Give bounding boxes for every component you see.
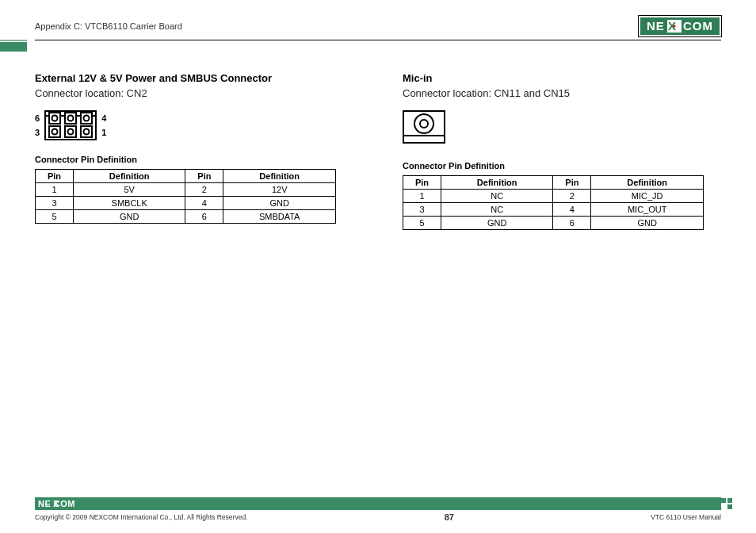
table-header-row: Pin Definition Pin Definition	[36, 170, 336, 183]
cell: 6	[185, 210, 223, 224]
footer-bar: NE COM X	[35, 497, 721, 510]
cell: GND	[73, 210, 185, 224]
connector-diagram-mic	[403, 110, 720, 147]
footer-block-icon	[721, 498, 732, 509]
left-column: External 12V & 5V Power and SMBUS Connec…	[35, 72, 352, 230]
svg-point-11	[68, 116, 74, 121]
connector-cn2-icon	[44, 110, 97, 140]
appendix-label: Appendix C: VTCB6110 Carrier Board	[35, 21, 182, 31]
copyright-text: Copyright © 2009 NEXCOM International Co…	[35, 513, 247, 521]
connector-location: Connector location: CN2	[35, 87, 352, 99]
th-pin: Pin	[553, 176, 591, 190]
pin-label-6: 6	[35, 113, 40, 123]
connector-diagram-cn2: 6 3 4 1	[35, 110, 352, 140]
svg-point-9	[52, 116, 58, 121]
th-pin: Pin	[403, 176, 441, 190]
th-def: Definition	[441, 176, 553, 190]
th-pin: Pin	[36, 170, 74, 183]
cell: 4	[553, 203, 591, 217]
cell: 3	[403, 203, 441, 217]
pin-label-4: 4	[101, 113, 106, 123]
cell: 2	[185, 183, 223, 197]
svg-text:NE: NE	[647, 19, 665, 33]
cell: 1	[36, 183, 74, 197]
nexcom-logo-footer: NE COM X	[38, 499, 94, 508]
svg-point-5	[674, 25, 676, 28]
cell: MIC_OUT	[591, 203, 704, 217]
cell: SMBDATA	[223, 210, 336, 224]
svg-text:X: X	[53, 499, 59, 508]
page-number: 87	[445, 512, 454, 522]
cell: 4	[185, 197, 223, 210]
cell: 5	[403, 217, 441, 230]
pin-table-cn2: Pin Definition Pin Definition 1 5V 2 12V…	[35, 169, 336, 224]
connector-location: Connector location: CN11 and CN15	[403, 87, 720, 99]
table-row: 5 GND 6 SMBDATA	[36, 210, 336, 224]
pin-label-3: 3	[35, 128, 40, 137]
table-row: 3 SMBCLK 4 GND	[36, 197, 336, 210]
table-row: 3 NC 4 MIC_OUT	[403, 203, 704, 217]
th-def: Definition	[223, 170, 336, 183]
cell: GND	[223, 197, 336, 210]
svg-point-13	[84, 116, 90, 121]
pin-label-right: 4 1	[101, 113, 106, 137]
svg-point-23	[420, 120, 428, 128]
svg-text:COM: COM	[683, 19, 713, 33]
table-row: 1 5V 2 12V	[36, 183, 336, 197]
section-title: External 12V & 5V Power and SMBUS Connec…	[35, 72, 352, 84]
mic-jack-icon	[403, 110, 445, 144]
table-row: 1 NC 2 MIC_JD	[403, 190, 704, 203]
cell: 1	[403, 190, 441, 203]
svg-point-19	[84, 129, 90, 135]
cell: GND	[441, 217, 553, 230]
cell: 5	[36, 210, 74, 224]
cell: 3	[36, 197, 74, 210]
cell: 2	[553, 190, 591, 203]
content-area: External 12V & 5V Power and SMBUS Connec…	[35, 72, 721, 230]
cell: 6	[553, 217, 591, 230]
table-title: Connector Pin Definition	[403, 161, 720, 171]
cell: NC	[441, 203, 553, 217]
page-footer: NE COM X Copyright © 2009 NEXCOM Interna…	[35, 497, 721, 522]
table-title: Connector Pin Definition	[35, 155, 352, 164]
cell: 12V	[223, 183, 336, 197]
cell: NC	[441, 190, 553, 203]
page-header: Appendix C: VTCB6110 Carrier Board NE CO…	[35, 16, 721, 40]
pin-label-1: 1	[101, 128, 106, 137]
svg-point-15	[52, 129, 58, 135]
header-accent-tab	[0, 42, 27, 52]
th-def: Definition	[591, 176, 704, 190]
section-title: Mic-in	[403, 72, 720, 84]
right-column: Mic-in Connector location: CN11 and CN15…	[403, 72, 720, 230]
table-row: 5 GND 6 GND	[403, 217, 704, 230]
svg-point-17	[68, 129, 74, 135]
cell: 5V	[73, 183, 185, 197]
cell: GND	[591, 217, 704, 230]
th-def: Definition	[73, 170, 185, 183]
nexcom-logo: NE COM X	[639, 16, 721, 36]
pin-table-mic: Pin Definition Pin Definition 1 NC 2 MIC…	[403, 175, 704, 230]
th-pin: Pin	[185, 170, 223, 183]
table-header-row: Pin Definition Pin Definition	[403, 176, 704, 190]
svg-rect-21	[403, 136, 445, 143]
manual-name: VTC 6110 User Manual	[651, 513, 721, 521]
cell: SMBCLK	[73, 197, 185, 210]
cell: MIC_JD	[591, 190, 704, 203]
pin-label-left: 6 3	[35, 113, 40, 137]
